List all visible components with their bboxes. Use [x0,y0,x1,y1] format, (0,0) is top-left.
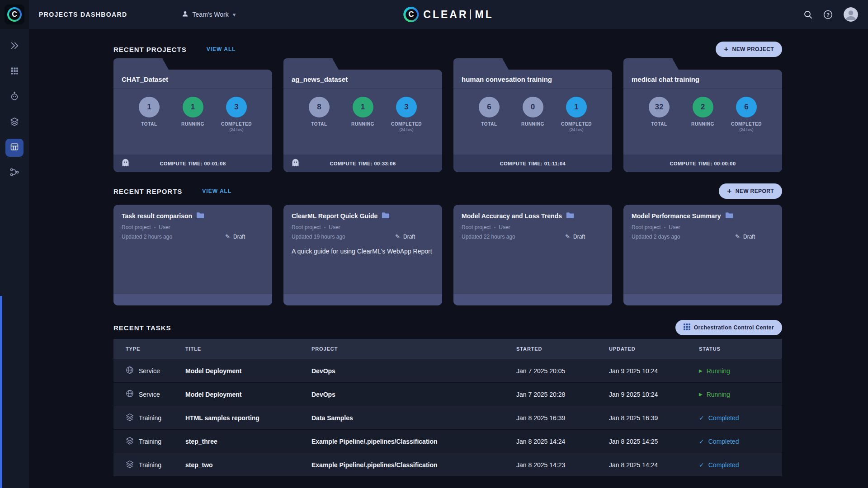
table-row[interactable]: Service Model Deployment DevOps Jan 7 20… [113,382,782,406]
new-project-button[interactable]: + NEW PROJECT [716,42,782,57]
sidebar-nav [5,29,24,182]
table-row[interactable]: Training step_three Example Pipeline/.pi… [113,429,782,453]
status-badge: ▶ Running [699,391,782,398]
folder-icon [382,212,390,220]
task-title: HTML samples reporting [185,414,311,422]
project-name: medical chat training [623,70,782,89]
table-icon [10,142,19,153]
pencil-icon: ✎ [395,233,400,240]
running-icon: ▶ [699,392,703,397]
sidebar: C [0,0,29,488]
grid-icon [684,324,690,332]
completed-label: COMPLETED [217,122,256,127]
compute-time-value: 00:01:08 [204,161,226,166]
report-project: Root project [462,224,491,230]
total-label: TOTAL [640,122,679,127]
total-count: 8 [309,97,330,117]
recent-tasks-header: RECENT TASKS Orchestration Control Cente… [113,320,782,335]
sidebar-item-workers[interactable] [5,63,24,81]
completed-label: COMPLETED [727,122,766,127]
completed-sublabel: (24 hrs) [217,127,256,132]
sidebar-item-models[interactable] [5,88,24,106]
running-label: RUNNING [344,122,382,127]
dot-separator: • [154,225,156,230]
status-badge: ✎ Draft [735,233,755,240]
project-card[interactable]: medical chat training 32TOTAL 2RUNNING 6… [623,57,782,172]
sidebar-item-datasets[interactable] [5,113,24,131]
report-card[interactable]: Model Accuracy and Loss Trends Root proj… [453,205,612,305]
task-project: Data Samples [311,414,516,422]
compute-time-value: 00:00:00 [714,161,736,166]
report-author: User [499,224,510,230]
report-updated: Updated 2 hours ago [122,234,172,240]
report-description: A quick guide for using ClearML's WebApp… [292,248,434,255]
task-project: Example Pipeline/.pipelines/Classificati… [311,438,516,445]
running-count: 2 [693,97,713,117]
task-type: Training [139,461,161,469]
report-title: Model Performance Summary [632,212,721,220]
double-chevron-icon [9,41,19,52]
service-icon [126,366,134,375]
table-row[interactable]: Training step_two Example Pipeline/.pipe… [113,453,782,476]
completed-count: 6 [736,97,757,117]
completed-icon: ✓ [699,461,704,469]
chevron-down-icon: ▾ [233,11,236,18]
orchestration-control-center-button[interactable]: Orchestration Control Center [675,320,782,335]
table-row[interactable]: Service Model Deployment DevOps Jan 7 20… [113,359,782,382]
compute-time-value: 00:33:06 [374,161,396,166]
folder-icon [725,212,733,220]
layers-icon [10,117,19,128]
workspace-selector[interactable]: Team's Work ▾ [182,10,236,19]
project-name: CHAT_Dataset [113,70,272,89]
new-report-button[interactable]: + NEW REPORT [719,183,782,199]
report-author: User [669,224,680,230]
recent-tasks-table: TYPE TITLE PROJECT STARTED UPDATED STATU… [113,339,782,476]
folder-tab [283,58,332,70]
sidebar-item-pipelines[interactable] [5,164,24,182]
reports-view-all-link[interactable]: VIEW ALL [202,188,231,194]
report-card[interactable]: Task result comparison Root project • Us… [113,205,272,305]
help-icon[interactable]: ? [823,10,833,19]
task-project: DevOps [311,391,516,398]
table-row[interactable]: Training HTML samples reporting Data Sam… [113,406,782,429]
project-card[interactable]: CHAT_Dataset 1TOTAL 1RUNNING 3COMPLETED(… [113,57,272,172]
projects-view-all-link[interactable]: VIEW ALL [207,46,236,52]
sidebar-item-dashboard[interactable] [5,38,24,56]
recent-reports-header: RECENT REPORTS VIEW ALL + NEW REPORT [113,183,782,199]
sidebar-item-hyperdatasets[interactable] [5,139,24,157]
completed-sublabel: (24 hrs) [557,127,596,132]
dot-separator: • [494,225,496,230]
project-card[interactable]: ag_news_dataset 8TOTAL 1RUNNING 3COMPLET… [283,57,442,172]
project-card[interactable]: human convesation training 6TOTAL 0RUNNI… [453,57,612,172]
report-card[interactable]: ClearML Report Quick Guide Root project … [283,205,442,305]
folder-icon [566,212,574,220]
running-label: RUNNING [174,122,212,127]
report-card-footer [283,294,442,305]
status-badge: ✎ Draft [395,233,415,240]
user-avatar[interactable] [844,7,858,22]
section-title-tasks: RECENT TASKS [113,324,171,332]
pencil-icon: ✎ [225,233,230,240]
task-title: Model Deployment [185,391,311,398]
project-name: human convesation training [453,70,612,89]
completed-label: COMPLETED [557,122,596,127]
running-count: 0 [523,97,543,117]
task-type: Training [139,438,161,445]
column-header-project: PROJECT [311,346,516,352]
status-badge: ✓ Completed [699,461,782,469]
report-author: User [329,224,340,230]
report-updated: Updated 2 days ago [632,234,680,240]
project-name: ag_news_dataset [283,70,442,89]
column-header-type: TYPE [113,346,185,352]
report-card[interactable]: Model Performance Summary Root project •… [623,205,782,305]
grid-icon [10,66,19,77]
compute-time-label: COMPUTE TIME: [670,161,712,166]
search-icon[interactable] [803,10,812,19]
report-card-footer [453,294,612,305]
task-title: step_three [185,438,311,445]
task-updated: Jan 8 2025 16:39 [609,414,699,422]
app-logo[interactable]: C [0,0,29,29]
report-project: Root project [632,224,661,230]
workspace-name: Team's Work [193,11,229,18]
svg-text:?: ? [826,12,830,17]
